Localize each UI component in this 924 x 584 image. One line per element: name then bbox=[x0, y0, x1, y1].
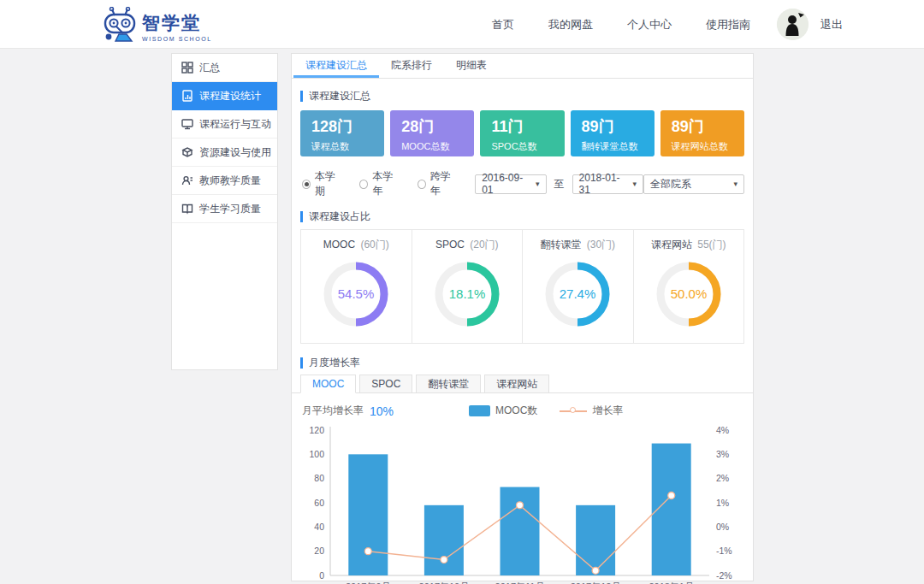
radio-dot-icon bbox=[302, 180, 311, 189]
stat-label: 翻转课堂总数 bbox=[582, 140, 654, 153]
user-area: 退出 bbox=[777, 9, 843, 40]
stat-card-mooc-total: 28门 MOOC总数 bbox=[390, 110, 474, 156]
stat-card-website-total: 89门 课程网站总数 bbox=[660, 110, 744, 156]
right-axis-tick-label: -2% bbox=[716, 570, 732, 581]
donut-title: 翻转课堂 bbox=[540, 239, 581, 251]
bar-legend-swatch-icon bbox=[469, 405, 490, 416]
page: 智学堂 WISDOM SCHOOL 首页 我的网盘 个人中心 使用指南 退出 bbox=[0, 0, 924, 584]
app-header: 智学堂 WISDOM SCHOOL 首页 我的网盘 个人中心 使用指南 退出 bbox=[0, 0, 924, 49]
right-axis-tick-label: 3% bbox=[716, 449, 729, 459]
growth-tab-spoc[interactable]: SPOC bbox=[359, 375, 412, 393]
sidebar-item-teacher-quality[interactable]: 教师教学质量 bbox=[172, 167, 277, 195]
sidebar-item-label: 教师教学质量 bbox=[199, 174, 261, 188]
growth-rate-point[interactable] bbox=[592, 567, 599, 574]
stat-card-flipped-total: 89门 翻转课堂总数 bbox=[571, 110, 654, 156]
logo-subtitle: WISDOM SCHOOL bbox=[142, 36, 212, 42]
monitor-icon bbox=[181, 118, 193, 130]
logo-title: 智学堂 bbox=[142, 11, 212, 35]
avatar[interactable] bbox=[777, 9, 808, 40]
stat-value: 89门 bbox=[672, 116, 744, 137]
growth-rate-point[interactable] bbox=[364, 548, 371, 555]
chart-bar[interactable] bbox=[424, 505, 464, 575]
nav-personal-center[interactable]: 个人中心 bbox=[627, 17, 672, 32]
left-axis-tick-label: 20 bbox=[314, 546, 324, 556]
resource-box-icon bbox=[181, 146, 193, 158]
donut-count: (60门) bbox=[360, 239, 388, 251]
growth-chart: 020406080100120-2%-1%0%1%2%3%4%2017年9月20… bbox=[301, 422, 745, 584]
growth-rate-point[interactable] bbox=[441, 557, 447, 563]
growth-tab-mooc[interactable]: MOOC bbox=[300, 375, 356, 393]
donut-spoc: SPOC (20门) 18.1% bbox=[412, 230, 524, 343]
proportion-donuts: MOOC (60门) 54.5% SPOC (20门) 18.1% bbox=[300, 229, 744, 344]
stat-value: 128门 bbox=[311, 116, 384, 137]
donut-title: MOOC bbox=[323, 239, 355, 251]
date-from-select[interactable]: 2016-09-01 bbox=[475, 174, 546, 194]
teacher-icon bbox=[181, 174, 193, 186]
sidebar-item-course-running[interactable]: 课程运行与互动 bbox=[172, 110, 277, 139]
donut-chart: 18.1% bbox=[430, 252, 504, 333]
top-nav: 首页 我的网盘 个人中心 使用指南 bbox=[492, 0, 750, 49]
right-axis-tick-label: 2% bbox=[716, 473, 729, 483]
tab-detail-table[interactable]: 明细表 bbox=[444, 54, 499, 78]
document-chart-icon bbox=[181, 90, 193, 102]
app-logo: 智学堂 WISDOM SCHOOL bbox=[101, 7, 212, 46]
growth-tab-flipped[interactable]: 翻转课堂 bbox=[416, 375, 481, 393]
radio-dot-icon bbox=[418, 180, 426, 189]
nav-user-guide[interactable]: 使用指南 bbox=[706, 17, 750, 32]
chart-bar[interactable] bbox=[576, 505, 615, 575]
left-axis-tick-label: 40 bbox=[314, 522, 324, 532]
radio-current-semester[interactable]: 本学期 bbox=[302, 169, 342, 198]
sidebar-item-resource-usage[interactable]: 资源建设与使用 bbox=[172, 139, 277, 167]
right-axis-tick-label: 4% bbox=[716, 425, 729, 435]
donut-chart: 50.0% bbox=[652, 252, 726, 333]
tab-course-construction-summary[interactable]: 课程建设汇总 bbox=[293, 54, 379, 78]
left-axis-tick-label: 100 bbox=[309, 449, 324, 459]
sidebar: 汇总 课程建设统计 课程运行与互动 资源建设与使用 教师教学质量 bbox=[171, 53, 278, 370]
chart-bar[interactable] bbox=[500, 487, 540, 575]
legend-growth-rate[interactable]: 增长率 bbox=[560, 404, 623, 418]
section-marker bbox=[300, 357, 303, 369]
donut-flipped-classroom: 翻转课堂 (30门) 27.4% bbox=[523, 230, 634, 343]
stat-label: 课程总数 bbox=[311, 140, 384, 153]
left-axis-tick-label: 80 bbox=[314, 473, 324, 483]
growth-tab-bar: MOOC SPOC 翻转课堂 课程网站 bbox=[292, 375, 753, 393]
growth-rate-point[interactable] bbox=[668, 493, 675, 499]
radio-cross-year[interactable]: 跨学年 bbox=[418, 169, 458, 198]
growth-section-title: 月度增长率 bbox=[300, 356, 744, 370]
department-select[interactable]: 全部院系 bbox=[643, 174, 744, 194]
grid-icon bbox=[181, 62, 193, 74]
nav-home[interactable]: 首页 bbox=[492, 17, 514, 32]
stat-label: SPOC总数 bbox=[491, 140, 564, 153]
sidebar-item-label: 课程建设统计 bbox=[199, 89, 261, 103]
sidebar-item-label: 汇总 bbox=[199, 61, 220, 75]
stat-label: MOOC总数 bbox=[401, 140, 474, 153]
legend-mooc-count[interactable]: MOOC数 bbox=[469, 404, 537, 418]
donut-chart: 27.4% bbox=[541, 252, 614, 333]
summary-section-title: 课程建设汇总 bbox=[300, 89, 744, 103]
sidebar-item-course-construction-stats[interactable]: 课程建设统计 bbox=[172, 82, 277, 110]
stat-value: 11门 bbox=[491, 116, 564, 137]
donut-percent: 50.0% bbox=[670, 286, 707, 301]
chart-bar[interactable] bbox=[348, 454, 388, 575]
donut-count: 55(门) bbox=[697, 239, 726, 251]
growth-tab-website[interactable]: 课程网站 bbox=[484, 375, 549, 393]
avg-growth-value: 10% bbox=[370, 404, 394, 418]
date-to-select[interactable]: 2018-01-31 bbox=[572, 174, 643, 194]
donut-count: (30门) bbox=[587, 239, 615, 251]
sidebar-item-student-quality[interactable]: 学生学习质量 bbox=[172, 195, 277, 223]
right-axis-tick-label: -1% bbox=[716, 546, 732, 556]
donut-title: 课程网站 bbox=[651, 239, 692, 251]
tab-department-ranking[interactable]: 院系排行 bbox=[379, 54, 444, 78]
stat-cards: 128门 课程总数 28门 MOOC总数 11门 SPOC总数 89门 翻转课堂… bbox=[292, 103, 753, 156]
chart-header: 月平均增长率 10% MOOC数 增长率 bbox=[302, 404, 744, 418]
nav-netdisk[interactable]: 我的网盘 bbox=[548, 17, 593, 32]
avg-growth-label: 月平均增长率 bbox=[302, 404, 364, 418]
sidebar-item-label: 学生学习质量 bbox=[199, 202, 261, 216]
donut-count: (20门) bbox=[470, 239, 498, 251]
sidebar-item-summary[interactable]: 汇总 bbox=[172, 54, 277, 82]
sidebar-item-label: 资源建设与使用 bbox=[199, 145, 271, 160]
donut-percent: 18.1% bbox=[448, 286, 485, 301]
growth-rate-point[interactable] bbox=[517, 502, 524, 509]
logout-link[interactable]: 退出 bbox=[820, 17, 843, 32]
radio-current-year[interactable]: 本学年 bbox=[359, 169, 400, 198]
